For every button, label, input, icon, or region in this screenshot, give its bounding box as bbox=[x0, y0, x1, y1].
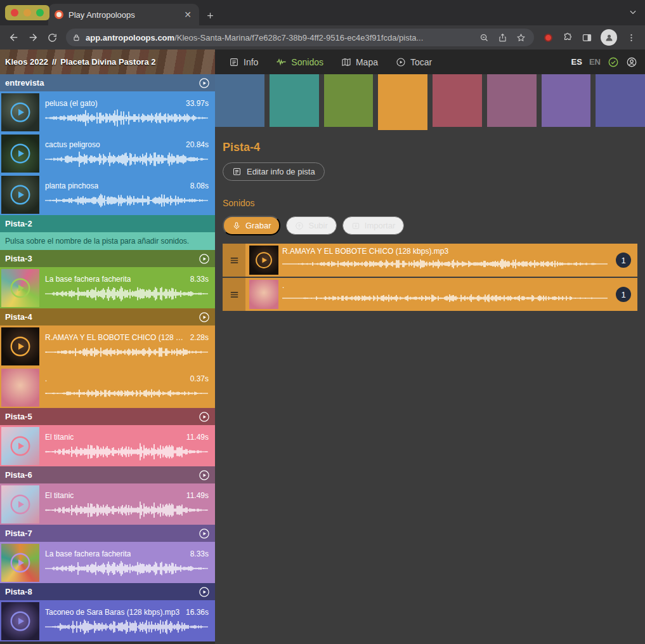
sound-thumbnail[interactable] bbox=[249, 246, 278, 275]
minimize-window-button[interactable] bbox=[23, 9, 31, 16]
new-tab-button[interactable] bbox=[205, 11, 215, 20]
account-icon[interactable] bbox=[626, 56, 637, 68]
track-play-icon[interactable] bbox=[199, 253, 210, 265]
play-icon[interactable] bbox=[9, 435, 32, 457]
track-swatch-selected[interactable] bbox=[378, 74, 427, 130]
play-icon[interactable] bbox=[9, 183, 32, 206]
track-header[interactable]: Pista-7 bbox=[0, 525, 215, 542]
sound-row[interactable]: R.AMAYA Y EL BOBOTE CHICO (128 kbps).mp3… bbox=[223, 244, 637, 277]
track-swatch[interactable] bbox=[433, 74, 482, 127]
track-swatch[interactable] bbox=[324, 74, 374, 127]
breadcrumb[interactable]: Kleos 2022 // Placeta Divina Pastora 2 bbox=[0, 49, 215, 74]
clip-thumbnail[interactable] bbox=[1, 485, 39, 523]
browser-menu-icon[interactable] bbox=[622, 29, 640, 46]
tab-info[interactable]: Info bbox=[229, 57, 258, 67]
record-button[interactable]: Grabar bbox=[223, 216, 280, 235]
track-header[interactable]: Pista-6 bbox=[0, 466, 215, 483]
tab-close-icon[interactable]: ✕ bbox=[183, 10, 193, 20]
upload-label: Subir bbox=[308, 221, 327, 230]
address-bar[interactable]: app.antropoloops.com/Kleos-Santa-Marina/… bbox=[66, 29, 534, 46]
track-header[interactable]: Pista-5 bbox=[0, 408, 215, 425]
track-play-icon[interactable] bbox=[199, 586, 210, 598]
clip-row[interactable]: . 0.37s bbox=[0, 367, 215, 408]
share-icon[interactable] bbox=[496, 33, 509, 43]
track-swatch[interactable] bbox=[596, 74, 645, 127]
track-play-icon[interactable] bbox=[199, 528, 210, 539]
play-icon[interactable] bbox=[9, 610, 32, 633]
clip-row[interactable]: La base fachera facherita 8.33s bbox=[0, 542, 215, 583]
clip-thumbnail[interactable] bbox=[1, 269, 39, 307]
clip-thumbnail[interactable] bbox=[1, 602, 39, 640]
track-header[interactable]: Pista-8 bbox=[0, 583, 215, 600]
sound-row[interactable]: . 1 bbox=[223, 278, 637, 311]
clip-row[interactable]: cactus peligroso 20.84s bbox=[0, 133, 215, 174]
side-panel-icon[interactable] bbox=[578, 29, 596, 46]
bookmark-star-icon[interactable] bbox=[514, 33, 528, 43]
upload-button[interactable]: Subir bbox=[286, 216, 336, 235]
clip-row[interactable]: Taconeo de Sara Baras (128 kbps).mp3 16.… bbox=[0, 600, 215, 641]
extensions-puzzle-icon[interactable] bbox=[559, 29, 577, 46]
waveform bbox=[45, 108, 209, 128]
forward-button[interactable] bbox=[24, 29, 42, 46]
lock-icon[interactable] bbox=[72, 34, 81, 42]
zoom-level-icon[interactable] bbox=[478, 33, 491, 43]
drag-handle-icon[interactable] bbox=[223, 244, 245, 277]
play-icon[interactable] bbox=[9, 277, 32, 299]
tab-mapa[interactable]: Mapa bbox=[341, 57, 378, 67]
url-text[interactable]: app.antropoloops.com/Kleos-Santa-Marina/… bbox=[86, 33, 472, 43]
play-icon[interactable] bbox=[9, 551, 32, 574]
clip-row[interactable]: pelusa (el gato) 33.97s bbox=[0, 91, 215, 133]
profile-avatar[interactable] bbox=[601, 29, 617, 46]
zoom-window-button[interactable] bbox=[36, 9, 44, 16]
back-button[interactable] bbox=[5, 29, 23, 46]
clip-thumbnail[interactable] bbox=[1, 369, 39, 407]
edit-track-info-button[interactable]: Editar info de pista bbox=[223, 162, 325, 181]
import-button[interactable]: Importar bbox=[342, 216, 404, 235]
breadcrumb-project[interactable]: Kleos 2022 bbox=[5, 57, 48, 67]
clip-row[interactable]: planta pinchosa 8.08s bbox=[0, 174, 215, 215]
track-play-icon[interactable] bbox=[199, 77, 210, 89]
waveform bbox=[45, 384, 209, 403]
reload-button[interactable] bbox=[43, 29, 61, 46]
track-play-icon[interactable] bbox=[199, 411, 210, 423]
clip-row[interactable]: El titanic 11.49s bbox=[0, 425, 215, 466]
track-swatch[interactable] bbox=[215, 74, 264, 127]
drag-handle-icon[interactable] bbox=[223, 278, 245, 311]
clip-thumbnail[interactable] bbox=[1, 327, 39, 365]
recording-extension-icon[interactable] bbox=[544, 34, 552, 42]
clip-thumbnail[interactable] bbox=[1, 176, 39, 214]
clip-title: planta pinchosa bbox=[45, 181, 98, 190]
clip-thumbnail[interactable] bbox=[1, 93, 39, 131]
breadcrumb-session[interactable]: Placeta Divina Pastora 2 bbox=[60, 57, 155, 67]
clip-row[interactable]: La base fachera facherita 8.33s bbox=[0, 267, 215, 308]
clip-row[interactable]: R.AMAYA Y EL BOBOTE CHICO (128 kbps)....… bbox=[0, 325, 215, 367]
sound-thumbnail[interactable] bbox=[249, 280, 278, 309]
track-header[interactable]: Pista-4 bbox=[0, 308, 215, 325]
play-icon[interactable] bbox=[254, 251, 273, 270]
track-play-icon[interactable] bbox=[199, 312, 210, 323]
track-swatch[interactable] bbox=[487, 74, 537, 127]
clip-thumbnail[interactable] bbox=[1, 427, 39, 465]
track-swatch[interactable] bbox=[542, 74, 591, 127]
track-swatch[interactable] bbox=[270, 74, 319, 127]
track-play-icon[interactable] bbox=[199, 470, 210, 481]
play-icon[interactable] bbox=[9, 335, 32, 358]
tab-tocar[interactable]: Tocar bbox=[396, 57, 432, 67]
tab-sonidos[interactable]: Sonidos bbox=[276, 56, 323, 67]
track-header[interactable]: Pista-2 bbox=[0, 215, 215, 232]
close-window-button[interactable] bbox=[11, 9, 18, 16]
clip-thumbnail[interactable] bbox=[1, 135, 39, 173]
play-icon[interactable] bbox=[9, 101, 32, 124]
lang-es-button[interactable]: ES bbox=[571, 57, 582, 67]
clip-row[interactable]: El titanic 11.49s bbox=[0, 483, 215, 525]
app-nav: Info Sonidos Mapa Tocar bbox=[215, 49, 432, 74]
clip-thumbnail[interactable] bbox=[1, 544, 39, 582]
clip-duration: 2.28s bbox=[190, 333, 209, 342]
track-header[interactable]: entrevista bbox=[0, 74, 215, 91]
track-header[interactable]: Pista-3 bbox=[0, 250, 215, 267]
play-icon[interactable] bbox=[9, 142, 32, 165]
browser-tab[interactable]: Play Antropoloops ✕ bbox=[48, 4, 199, 25]
play-icon[interactable] bbox=[9, 493, 32, 516]
tab-search-chevron-icon[interactable] bbox=[629, 8, 637, 16]
lang-en-button[interactable]: EN bbox=[589, 57, 601, 67]
